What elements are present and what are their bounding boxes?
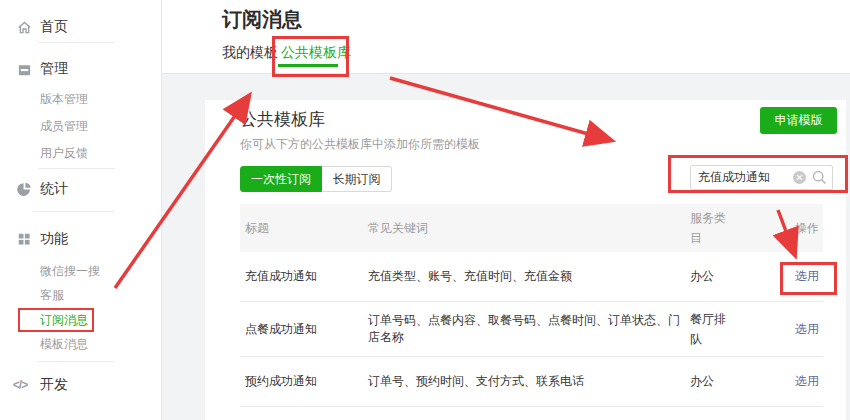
sidebar-divider [38,168,115,169]
search-input[interactable] [691,171,793,185]
one-time-subscription-tab[interactable]: 一次性订阅 [240,166,322,192]
col-header-title: 标题 [240,220,368,237]
sidebar: 首页 管理 版本管理 成员管理 用户反馈 统计 功能 微信搜一搜 客服 [0,0,162,420]
sidebar-item-home[interactable]: 首页 [0,16,160,38]
template-title: 充值成功通知 [240,268,368,285]
tab-my-templates[interactable]: 我的模板 [222,44,278,62]
table-row: 点餐成功通知 订单号码、点餐内容、取餐号码、点餐时间、订单状态、门店名称 餐厅排… [240,302,823,357]
template-keywords: 订单号码、点餐内容、取餐号码、点餐时间、订单状态、门店名称 [368,312,690,346]
long-term-subscription-tab[interactable]: 长期订阅 [322,166,392,192]
template-table: 标题 常见关键词 服务类目 操作 充值成功通知 充值类型、账号、充值时间、充值金… [240,204,823,407]
template-category: 餐厅排队 [690,309,752,350]
card-title: 公共模板库 [240,108,325,131]
pie-chart-icon [16,181,32,197]
use-template-link[interactable]: 选用 [795,322,819,336]
sidebar-item-dev[interactable]: </> 开发 [0,374,160,396]
sidebar-item-subscription-message[interactable]: 订阅消息 [40,312,88,328]
home-icon [16,19,32,35]
card-subtitle: 你可从下方的公共模板库中添加你所需的模板 [240,136,480,153]
sidebar-item-wechat-search[interactable]: 微信搜一搜 [40,263,100,279]
clear-icon[interactable]: ✕ [793,171,806,184]
sidebar-item-label: 功能 [40,230,68,248]
page-title: 订阅消息 [222,6,302,33]
sidebar-divider [38,361,115,362]
sidebar-item-customer-service[interactable]: 客服 [40,287,64,303]
col-header-keywords: 常见关键词 [368,220,690,237]
apply-template-button[interactable]: 申请模版 [760,107,837,134]
sidebar-item-member-manage[interactable]: 成员管理 [40,118,88,134]
template-category: 办公 [690,371,752,391]
active-tab-underline [278,64,338,67]
sidebar-item-manage[interactable]: 管理 [0,58,160,80]
sidebar-item-label: 开发 [40,376,68,394]
col-header-category: 服务类目 [690,208,752,249]
use-template-link[interactable]: 选用 [795,269,819,283]
table-row: 充值成功通知 充值类型、账号、充值时间、充值金额 办公 选用 [240,252,823,302]
template-keywords: 充值类型、账号、充值时间、充值金额 [368,268,690,285]
use-template-link[interactable]: 选用 [795,374,819,388]
template-keywords: 订单号、预约时间、支付方式、联系电话 [368,373,690,390]
grid-icon [16,231,32,247]
table-header-row: 标题 常见关键词 服务类目 操作 [240,204,823,252]
sidebar-item-label: 首页 [40,18,68,36]
template-category: 办公 [690,266,752,286]
sidebar-divider [33,211,115,212]
app-window: 首页 管理 版本管理 成员管理 用户反馈 统计 功能 微信搜一搜 客服 [0,0,850,420]
sidebar-divider [38,42,115,43]
search-box: ✕ [690,165,833,190]
sidebar-item-label: 管理 [40,60,68,78]
sidebar-item-user-feedback[interactable]: 用户反馈 [40,145,88,161]
search-icon[interactable] [812,170,827,185]
inbox-icon [16,61,32,77]
sidebar-item-template-message[interactable]: 模板消息 [40,336,88,352]
template-title: 预约成功通知 [240,373,368,390]
sidebar-item-features[interactable]: 功能 [0,228,160,250]
table-row: 预约成功通知 订单号、预约时间、支付方式、联系电话 办公 选用 [240,357,823,407]
template-title: 点餐成功通知 [240,321,368,338]
col-header-action: 操作 [752,220,823,237]
sidebar-item-stats[interactable]: 统计 [0,178,160,200]
code-icon: </> [12,377,28,393]
sidebar-item-label: 统计 [40,180,68,198]
sidebar-item-version-manage[interactable]: 版本管理 [40,91,88,107]
tab-public-template-library[interactable]: 公共模板库 [281,44,351,62]
subscription-type-toggle: 一次性订阅 长期订阅 [240,166,392,192]
public-template-library-card: 公共模板库 你可从下方的公共模板库中添加你所需的模板 申请模版 一次性订阅 长期… [205,100,846,420]
